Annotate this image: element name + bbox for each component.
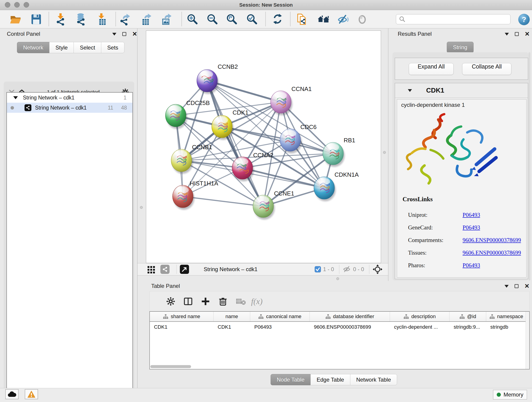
column-header-database-identifier[interactable]: database identifier (310, 312, 390, 321)
tree-expand-icon[interactable] (13, 96, 18, 99)
table-cell[interactable]: CDK1 (150, 322, 214, 332)
table-cell[interactable]: stringdb:9... (450, 322, 486, 332)
tab-network[interactable]: Network (17, 42, 50, 53)
window-close-light[interactable] (5, 2, 10, 7)
zoom-selected-icon[interactable] (245, 13, 259, 26)
window-minimize-light[interactable] (14, 2, 20, 7)
crosslink-label: Pharos: (408, 262, 425, 268)
create-column-plus-icon[interactable] (200, 295, 211, 307)
column-header-name[interactable]: name (214, 312, 250, 321)
crosslink-link[interactable]: P06493 (462, 262, 480, 269)
table-cell[interactable]: stringdb (486, 322, 526, 332)
network-edge[interactable] (183, 196, 263, 206)
help-icon[interactable]: ? (518, 14, 530, 25)
splitter-handle[interactable] (383, 151, 386, 154)
network-node-ccnb1[interactable]: CCNB1 (171, 144, 212, 174)
import-table-file-icon[interactable] (95, 13, 109, 26)
zoom-in-icon[interactable] (186, 13, 199, 26)
open-session-url-icon[interactable] (296, 13, 309, 26)
zoom-out-icon[interactable] (206, 13, 219, 26)
window-zoom-light[interactable] (24, 2, 29, 7)
tab-node-table[interactable]: Node Table (271, 374, 311, 385)
export-image-icon[interactable] (160, 13, 174, 26)
network-row-selected[interactable]: String Network – cdk1 11 48 (7, 103, 133, 113)
hide-details-eye-slash-icon[interactable] (336, 13, 350, 26)
network-node-ccne1[interactable]: CCNE1 (253, 190, 294, 220)
node-table[interactable]: shared namenamecanonical namedatabase id… (149, 311, 530, 370)
function-builder-icon[interactable]: f(x) (251, 295, 263, 307)
selected-checkbox-icon[interactable] (314, 266, 321, 273)
splitter-handle[interactable] (336, 277, 339, 280)
expand-all-button[interactable]: Expand All (409, 63, 454, 75)
show-details-eye-icon[interactable] (355, 13, 369, 26)
tab-sets[interactable]: Sets (101, 42, 124, 53)
column-header-shared-name[interactable]: shared name (150, 312, 214, 321)
network-edge[interactable] (207, 81, 263, 206)
column-header-description[interactable]: description (390, 312, 450, 321)
table-vertical-scrollbar[interactable] (526, 312, 529, 369)
column-header-canonical-name[interactable]: canonical name (250, 312, 310, 321)
table-cell[interactable]: P06493 (250, 322, 310, 332)
network-canvas[interactable]: CCNB2CCNA1CDC25BCDK1CDC6RB1CCNB1CCNA2CDK… (146, 31, 381, 263)
tab-edge-table[interactable]: Edge Table (310, 374, 350, 385)
section-collapse-icon[interactable] (408, 89, 412, 92)
home-networks-icon[interactable] (317, 13, 330, 26)
network-node-hist1h1a[interactable]: HIST1H1A (172, 180, 218, 210)
table-cell[interactable]: CDK1 (214, 322, 250, 332)
crosslink-link[interactable]: P06493 (462, 224, 480, 231)
search-box[interactable] (396, 14, 510, 24)
column-header--id[interactable]: @id (450, 312, 486, 321)
column-header-namespace[interactable]: namespace (486, 312, 526, 321)
network-collection-row[interactable]: String Network – cdk1 1 (7, 93, 133, 103)
cloud-status-button[interactable] (5, 389, 19, 399)
crosslink-link[interactable]: P06493 (462, 212, 480, 218)
tab-select[interactable]: Select (74, 42, 101, 53)
export-table-icon[interactable] (140, 13, 153, 26)
results-scrollbar[interactable] (529, 52, 530, 281)
tab-style[interactable]: Style (49, 42, 74, 53)
delete-table-icon[interactable] (235, 295, 247, 307)
open-session-icon[interactable] (9, 13, 22, 26)
table-horizontal-scrollbar[interactable] (150, 365, 191, 368)
import-network-file-icon[interactable] (55, 13, 68, 26)
warning-status-button[interactable] (25, 389, 38, 399)
save-session-icon[interactable] (29, 13, 43, 26)
panel-menu-icon[interactable] (505, 285, 509, 288)
panel-float-icon[interactable] (122, 32, 126, 36)
crosslink-link[interactable]: 9606.ENSP00000378699 (462, 249, 521, 256)
panel-menu-icon[interactable] (112, 33, 116, 36)
table-cell[interactable]: 9606.ENSP00000378699 (310, 322, 390, 332)
network-share-view-icon[interactable] (160, 265, 170, 274)
hidden-eye-slash-icon[interactable] (342, 266, 351, 273)
network-node-ccnb2[interactable]: CCNB2 (197, 63, 238, 94)
network-node-ccna1[interactable]: CCNA1 (271, 85, 312, 115)
fit-content-crosshair-icon[interactable] (373, 264, 383, 274)
birds-eye-view-icon[interactable] (180, 265, 189, 274)
table-cell[interactable]: cyclin-dependent ... (390, 322, 450, 332)
splitter-handle[interactable] (140, 206, 143, 209)
memory-button[interactable]: Memory (493, 390, 527, 400)
panel-float-icon[interactable] (515, 32, 519, 36)
table-settings-gear-icon[interactable] (165, 295, 177, 307)
grid-view-icon[interactable] (147, 265, 155, 274)
tab-string[interactable]: String (447, 42, 474, 53)
panel-close-icon[interactable]: ✕ (132, 32, 137, 36)
crosslink-link[interactable]: 9606.ENSP00000378699 (462, 237, 521, 243)
network-node-rb1[interactable]: RB1 (323, 137, 355, 167)
panel-menu-icon[interactable] (505, 33, 509, 36)
collapse-all-button[interactable]: Collapse All (462, 63, 511, 75)
refresh-view-icon[interactable] (271, 13, 285, 26)
import-network-database-icon[interactable] (75, 13, 88, 26)
delete-column-trash-icon[interactable] (217, 295, 229, 307)
table-row[interactable]: CDK1CDK1P064939606.ENSP00000378699cyclin… (150, 322, 529, 332)
panel-float-icon[interactable] (515, 284, 519, 288)
tab-network-table[interactable]: Network Table (350, 374, 397, 385)
search-input[interactable] (408, 15, 510, 24)
network-node-cdkn1a[interactable]: CDKN1A (314, 171, 359, 201)
panel-close-icon[interactable]: ✕ (525, 32, 530, 36)
panel-close-icon[interactable]: ✕ (525, 284, 530, 288)
show-columns-icon[interactable] (182, 295, 194, 307)
export-network-icon[interactable] (119, 13, 133, 26)
gene-section-header[interactable]: CDK1 (395, 83, 528, 98)
zoom-fit-icon[interactable] (225, 13, 239, 26)
